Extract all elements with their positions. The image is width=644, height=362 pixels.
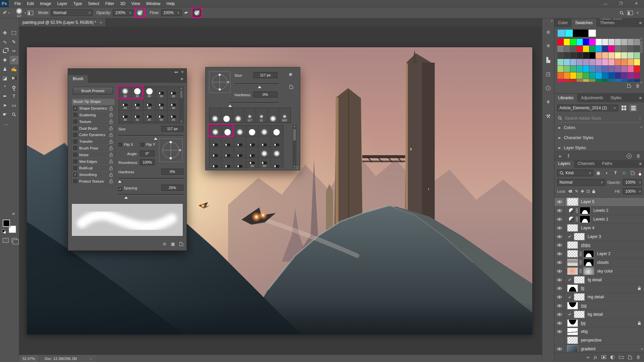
brush-preset-cell[interactable]: [258, 136, 271, 147]
swap-colors-icon[interactable]: ⇄: [12, 212, 15, 216]
delete-swatch-button[interactable]: [636, 84, 640, 88]
size-field[interactable]: 117 px: [253, 72, 277, 78]
brush-tip-cell[interactable]: 25: [143, 110, 155, 122]
layer-visibility-toggle[interactable]: [554, 206, 565, 215]
filter-type-layers-icon[interactable]: T: [612, 170, 619, 176]
swatch[interactable]: [628, 59, 634, 65]
swatch[interactable]: [602, 59, 608, 65]
healing-brush-tool[interactable]: ✚: [1, 56, 9, 64]
scroll-up-icon[interactable]: ∧: [640, 126, 642, 129]
scroll-down-icon[interactable]: ∨: [180, 120, 182, 123]
clone-stamp-tool[interactable]: ♟: [1, 65, 9, 73]
swatch[interactable]: [596, 79, 602, 82]
brush-preset-cell[interactable]: [246, 147, 259, 158]
brush-tip-cell[interactable]: 25: [155, 87, 167, 99]
layer-row-gradient[interactable]: gradient: [554, 345, 644, 352]
layer-row-ebg[interactable]: ebg: [554, 327, 644, 336]
swatch[interactable]: [602, 72, 608, 79]
size-slider[interactable]: [118, 135, 184, 136]
checkbox[interactable]: [73, 179, 77, 183]
hardness-slider[interactable]: [229, 102, 279, 103]
dodge-tool[interactable]: [10, 83, 18, 92]
layer-visibility-toggle[interactable]: [554, 302, 565, 310]
layer-thumbnail[interactable]: [574, 233, 585, 240]
library-group-character-styles[interactable]: ▶Character Styles: [554, 133, 644, 143]
swatch[interactable]: [564, 79, 570, 82]
swatch[interactable]: [570, 59, 576, 65]
swatch[interactable]: [557, 52, 564, 59]
crop-tool[interactable]: [1, 47, 9, 55]
swatch[interactable]: [564, 72, 570, 79]
swatch[interactable]: [577, 79, 583, 82]
size-field[interactable]: 117 px: [161, 126, 183, 132]
menu-3d[interactable]: 3D: [117, 1, 128, 6]
grid-view-button[interactable]: [620, 105, 628, 111]
swatch[interactable]: [602, 39, 608, 45]
brush-tip-cell[interactable]: 30: [119, 87, 131, 99]
default-colors-icon[interactable]: [2, 230, 6, 234]
rectangular-marquee-tool[interactable]: [10, 28, 18, 37]
layer-effects-button[interactable]: fx: [594, 355, 597, 360]
swatch[interactable]: [615, 46, 621, 52]
layers-tab-channels[interactable]: Channels: [574, 160, 598, 168]
tablet-pressure-opacity-button[interactable]: [136, 9, 144, 17]
brush-tip-cell[interactable]: [143, 122, 155, 124]
menu-edit[interactable]: Edit: [24, 1, 37, 6]
brush-preset-cell[interactable]: [271, 147, 283, 158]
menu-filter[interactable]: Filter: [102, 1, 117, 6]
scroll-up-icon[interactable]: ∧: [640, 37, 642, 40]
lock-artboard-icon[interactable]: ⊡: [586, 189, 590, 194]
delete-library-item-button[interactable]: [636, 154, 640, 158]
swatch[interactable]: [557, 66, 564, 72]
upload-library-button[interactable]: ↥: [567, 154, 570, 158]
popup-scrollbar[interactable]: ∧ ∨: [292, 125, 297, 168]
layers-tab-layers[interactable]: Layers: [554, 160, 574, 168]
layer-visibility-toggle[interactable]: [554, 241, 565, 249]
swatch[interactable]: [577, 66, 583, 72]
quick-selection-tool[interactable]: ✎: [10, 38, 18, 46]
layer-thumbnail[interactable]: [574, 276, 585, 284]
checkbox[interactable]: ✓: [73, 107, 77, 110]
filter-smart-objects-icon[interactable]: [629, 170, 637, 176]
swatch[interactable]: [589, 66, 595, 72]
layer-thumbnail[interactable]: [567, 224, 578, 232]
swatch[interactable]: [621, 79, 627, 82]
swatch[interactable]: [583, 66, 589, 72]
layer-row-bg[interactable]: bg: [554, 319, 644, 327]
layer-row-bg-detail[interactable]: bg detail: [554, 310, 644, 319]
checkbox[interactable]: [73, 113, 77, 117]
layer-visibility-toggle[interactable]: [554, 232, 565, 241]
toggle-brush-panel-button[interactable]: [26, 8, 35, 17]
layer-thumbnail[interactable]: [567, 328, 578, 335]
brush-preset-cell[interactable]: [209, 125, 222, 136]
layer-mask-thumbnail[interactable]: [583, 267, 594, 275]
layer-row-sky-color[interactable]: sky color: [554, 267, 644, 276]
brush-preset-cell[interactable]: 117: [244, 108, 256, 123]
swatch[interactable]: [583, 52, 589, 59]
layer-thumbnail[interactable]: [574, 311, 585, 318]
recent-swatch[interactable]: [557, 29, 565, 37]
swatch[interactable]: [615, 66, 621, 72]
creative-cloud-sync-icon[interactable]: cc: [627, 154, 632, 159]
brush-panel-tab[interactable]: Brush: [68, 75, 88, 83]
brush-preset-cell[interactable]: [234, 136, 246, 147]
brush-preset-cell[interactable]: 50: [258, 158, 271, 168]
layer-mask-thumbnail[interactable]: [583, 250, 594, 257]
spacing-checkbox[interactable]: ✓Spacing: [118, 186, 137, 191]
brush-tip-cell[interactable]: 36: [119, 110, 131, 122]
swatch[interactable]: [557, 46, 564, 52]
libraries-tab-adjustments[interactable]: Adjustments: [577, 94, 607, 102]
swatch[interactable]: [608, 59, 614, 65]
gradient-tool[interactable]: [10, 74, 18, 82]
swatch[interactable]: [602, 46, 608, 52]
document-tab[interactable]: painting.psd @ 52.5% (Layer 5, RGB/8) * …: [19, 18, 106, 26]
swatch[interactable]: [621, 39, 627, 45]
list-view-button[interactable]: [630, 105, 637, 111]
brush-preset-cell[interactable]: [246, 125, 259, 136]
menu-file[interactable]: File: [11, 1, 24, 6]
checkbox[interactable]: [73, 120, 77, 123]
open-preset-manager-icon[interactable]: ▦: [171, 242, 175, 246]
eraser-tool[interactable]: ◪: [1, 74, 9, 82]
swatch[interactable]: [628, 39, 634, 45]
brush-setting-smoothing[interactable]: ✓Smoothing: [72, 172, 115, 178]
